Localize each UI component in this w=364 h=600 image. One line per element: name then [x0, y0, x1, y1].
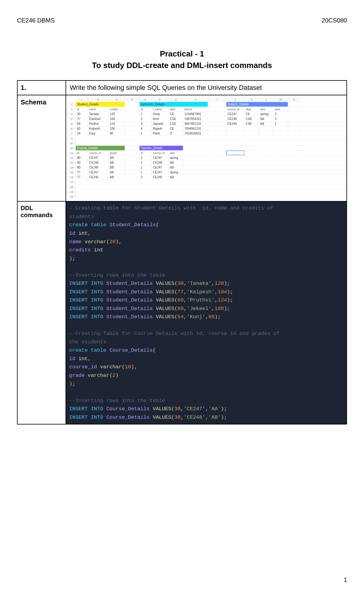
sheet-row: 15 77 CE247 AA 1 CE247 spring	[68, 170, 345, 175]
page-header: CE246 DBMS 20CS080	[17, 17, 347, 24]
sheet-row: 16 77 CE245 AB 3 CE245 fall	[68, 175, 345, 180]
header-left: CE246 DBMS	[17, 17, 55, 24]
page-number: 1	[17, 576, 347, 583]
question-text: Write the following simple SQL Queries o…	[66, 80, 347, 95]
selected-cell[interactable]	[226, 151, 244, 155]
ddl-label: DDL commands	[17, 201, 66, 424]
schema-label: Schema	[17, 95, 66, 201]
schema-cell: A B C D E F G H I J K L	[66, 95, 347, 201]
col-header-row: A B C D E F G H I J K L	[68, 97, 345, 102]
sheet-row: 4 77 Darshan 104 2 Amit CSE 1987654321	[68, 117, 345, 121]
sheet-row: 12 80 CE247 AA 1 CE247 spring	[68, 155, 345, 160]
header-right: 20CS080	[322, 17, 347, 24]
sheet-row: 2 id name credits id t_name dept phone	[68, 107, 345, 112]
sheet-row: 1 Student_Details Instructor_Details Sub…	[68, 102, 345, 107]
title-line1: Practical - 1	[17, 48, 347, 60]
code-block: --Creating table for Student Details wit…	[66, 201, 347, 424]
sheet-row: 3 30 Tanaka 120 1 Deep CE 1234567891 C	[68, 112, 345, 117]
main-table: 1. Write the following simple SQL Querie…	[17, 80, 347, 424]
spreadsheet: A B C D E F G H I J K L	[68, 97, 345, 199]
sheet-row: 5 68 Pruthvi 124 3 Jignesh CSE 456789123…	[68, 121, 345, 126]
sheet-row: 6 80 Kalpesh 108 4 Rajesh CE 7894561231	[68, 126, 345, 131]
sheet-row: 10 Course_Details Teacher_Details	[68, 146, 345, 151]
sheet-row: 7 54 Kunj 98 5 Parth IT 7418529631	[68, 131, 345, 136]
sheet-row: 13 80 CE248 AB 2 CE248 fall	[68, 160, 345, 165]
page-title: Practical - 1 To study DDL-create and DM…	[17, 48, 347, 71]
sheet-row: 14 80 CE245 BB 1 CE247 fall	[68, 165, 345, 170]
sheet-row: 11 id course_id grade id course_id sem	[68, 151, 345, 155]
title-line2: To study DDL-create and DML-insert comma…	[17, 60, 347, 71]
question-number: 1.	[17, 80, 66, 95]
